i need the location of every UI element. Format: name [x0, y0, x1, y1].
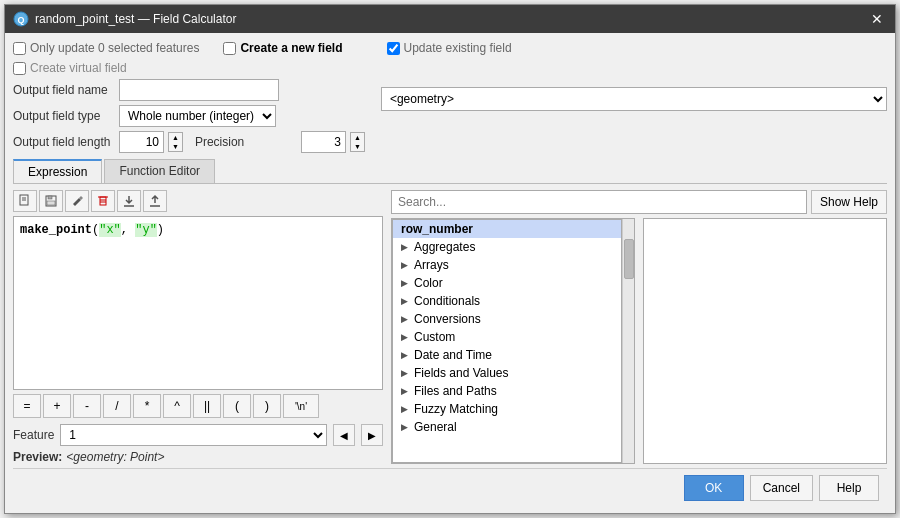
dialog-body: Only update 0 selected features Create a…: [5, 33, 895, 513]
create-field-label[interactable]: Create a new field: [223, 41, 342, 55]
delete-button[interactable]: [91, 190, 115, 212]
fn-item-arrays[interactable]: ▶ Arrays: [393, 256, 621, 274]
svg-rect-6: [48, 196, 52, 199]
svg-rect-7: [47, 201, 55, 205]
title-bar: Q random_point_test — Field Calculator ✕: [5, 5, 895, 33]
right-panel: Show Help row_number ▶ Aggregates: [391, 190, 887, 464]
code-editor[interactable]: make_point("x", "y"): [13, 216, 383, 390]
fn-item-aggregates[interactable]: ▶ Aggregates: [393, 238, 621, 256]
next-feature-btn[interactable]: ▶: [361, 424, 383, 446]
calc-div[interactable]: /: [103, 394, 131, 418]
ok-button[interactable]: OK: [684, 475, 744, 501]
fields-row: Create virtual field Output field name O…: [13, 61, 887, 153]
left-panel: make_point("x", "y") = + - / * ^ || ( ) …: [13, 190, 383, 464]
fn-item-conditionals[interactable]: ▶ Conditionals: [393, 292, 621, 310]
update-row: <geometry>: [381, 87, 887, 111]
update-existing-label[interactable]: Update existing field: [387, 41, 512, 55]
edit-button[interactable]: [65, 190, 89, 212]
only-update-checkbox[interactable]: [13, 42, 26, 55]
fn-item-datetime[interactable]: ▶ Date and Time: [393, 346, 621, 364]
update-existing-checkbox[interactable]: [387, 42, 400, 55]
fn-item-row_number[interactable]: row_number: [393, 220, 621, 238]
feature-select[interactable]: 1: [60, 424, 327, 446]
calc-pow[interactable]: ^: [163, 394, 191, 418]
toolbar: [13, 190, 383, 212]
calc-minus[interactable]: -: [73, 394, 101, 418]
fn-item-custom[interactable]: ▶ Custom: [393, 328, 621, 346]
calc-row: = + - / * ^ || ( ) '\n': [13, 394, 383, 418]
length-up[interactable]: ▲: [169, 133, 182, 142]
prev-feature-btn[interactable]: ◀: [333, 424, 355, 446]
main-content: make_point("x", "y") = + - / * ^ || ( ) …: [13, 184, 887, 464]
create-virtual-label[interactable]: Create virtual field: [13, 61, 365, 75]
precision-arrows: ▲ ▼: [350, 132, 365, 152]
fn-item-color[interactable]: ▶ Color: [393, 274, 621, 292]
tab-expression[interactable]: Expression: [13, 159, 102, 183]
search-input[interactable]: [391, 190, 807, 214]
tabs-bar: Expression Function Editor: [13, 159, 887, 184]
right-fields: <geometry>: [381, 61, 887, 153]
svg-text:Q: Q: [17, 15, 24, 25]
window-title: random_point_test — Field Calculator: [35, 12, 867, 26]
create-virtual-checkbox[interactable]: [13, 62, 26, 75]
length-down[interactable]: ▼: [169, 142, 182, 151]
import-button[interactable]: [117, 190, 141, 212]
feature-row: Feature 1 ◀ ▶: [13, 424, 383, 446]
calc-open-paren[interactable]: (: [223, 394, 251, 418]
calc-plus[interactable]: +: [43, 394, 71, 418]
output-type-select[interactable]: Whole number (integer): [119, 105, 276, 127]
output-name-row: Output field name: [13, 79, 365, 101]
new-button[interactable]: [13, 190, 37, 212]
save-button[interactable]: [39, 190, 63, 212]
fn-item-conversions[interactable]: ▶ Conversions: [393, 310, 621, 328]
search-row: Show Help: [391, 190, 887, 214]
close-button[interactable]: ✕: [867, 10, 887, 28]
left-fields: Create virtual field Output field name O…: [13, 61, 365, 153]
fn-item-general[interactable]: ▶ General: [393, 418, 621, 436]
calc-mul[interactable]: *: [133, 394, 161, 418]
main-dialog: Q random_point_test — Field Calculator ✕…: [4, 4, 896, 514]
fn-item-files[interactable]: ▶ Files and Paths: [393, 382, 621, 400]
precision-up[interactable]: ▲: [351, 133, 364, 142]
calc-close-paren[interactable]: ): [253, 394, 281, 418]
geometry-dropdown[interactable]: <geometry>: [381, 87, 887, 111]
fn-item-fields[interactable]: ▶ Fields and Values: [393, 364, 621, 382]
function-list: row_number ▶ Aggregates ▶ Arrays: [392, 219, 622, 463]
calc-newline[interactable]: '\n': [283, 394, 319, 418]
output-name-input[interactable]: [119, 79, 279, 101]
function-list-scrollbar[interactable]: [622, 219, 634, 463]
length-arrows: ▲ ▼: [168, 132, 183, 152]
calc-concat[interactable]: ||: [193, 394, 221, 418]
length-input[interactable]: [119, 131, 164, 153]
help-button[interactable]: Help: [819, 475, 879, 501]
precision-input[interactable]: [301, 131, 346, 153]
precision-spinner: ▲ ▼: [301, 131, 365, 153]
only-update-label[interactable]: Only update 0 selected features: [13, 41, 199, 55]
fn-item-fuzzy[interactable]: ▶ Fuzzy Matching: [393, 400, 621, 418]
function-list-wrap: row_number ▶ Aggregates ▶ Arrays: [391, 218, 635, 464]
bottom-bar: OK Cancel Help: [13, 468, 887, 505]
export-button[interactable]: [143, 190, 167, 212]
length-spinner: ▲ ▼: [119, 131, 183, 153]
help-panel: [643, 218, 887, 464]
output-length-row: Output field length ▲ ▼ Precision ▲: [13, 131, 365, 153]
app-logo: Q: [13, 11, 29, 27]
panels-row: row_number ▶ Aggregates ▶ Arrays: [391, 218, 887, 464]
scrollbar-thumb: [624, 239, 634, 279]
create-field-checkbox[interactable]: [223, 42, 236, 55]
calc-eq[interactable]: =: [13, 394, 41, 418]
preview-row: Preview: <geometry: Point>: [13, 450, 383, 464]
cancel-button[interactable]: Cancel: [750, 475, 813, 501]
precision-down[interactable]: ▼: [351, 142, 364, 151]
top-options: Only update 0 selected features Create a…: [13, 41, 887, 55]
output-type-row: Output field type Whole number (integer): [13, 105, 365, 127]
show-help-button[interactable]: Show Help: [811, 190, 887, 214]
tab-function-editor[interactable]: Function Editor: [104, 159, 215, 183]
